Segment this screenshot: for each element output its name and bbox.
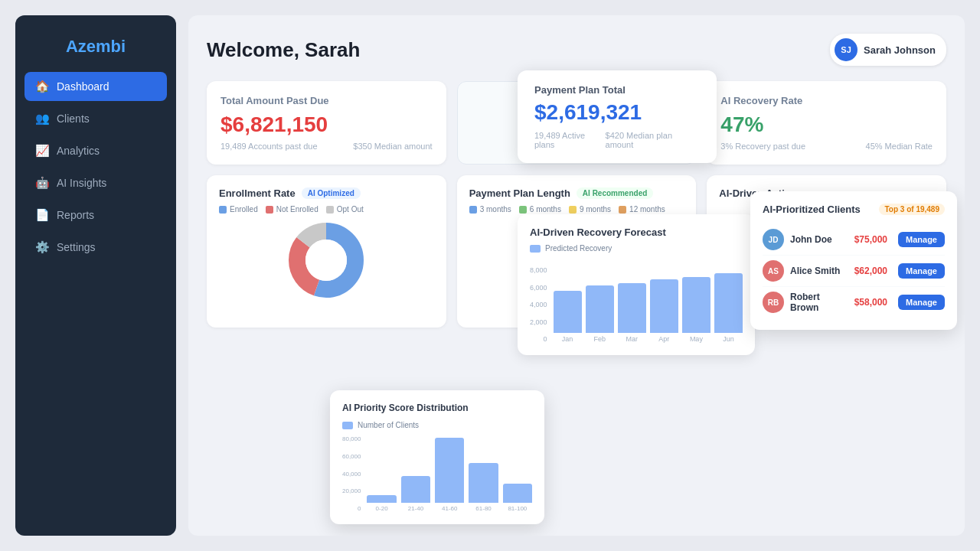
bar-jan bbox=[554, 291, 582, 333]
sidebar-item-analytics[interactable]: 📈 Analytics bbox=[24, 136, 167, 165]
ai-insights-icon: 🤖 bbox=[35, 176, 49, 190]
payment-plan-badge: AI Recommended bbox=[577, 187, 653, 199]
app-logo: Azembi bbox=[15, 31, 176, 72]
client-avatar-1: JD bbox=[763, 229, 784, 250]
enrollment-legend: Enrolled Not Enrolled Opt Out bbox=[219, 205, 434, 214]
forecast-chart: 8,0006,0004,0002,0000 Jan Feb Mar bbox=[530, 259, 743, 343]
sidebar-item-label: Settings bbox=[57, 241, 96, 253]
priority-bar-41-60 bbox=[435, 438, 464, 503]
sidebar-item-label: Dashboard bbox=[57, 80, 109, 93]
svg-point-3 bbox=[305, 240, 347, 281]
reports-icon: 📄 bbox=[35, 208, 49, 222]
sidebar-nav: 🏠 Dashboard 👥 Clients 📈 Analytics 🤖 AI I… bbox=[15, 72, 176, 262]
ai-clients-card: AI-Prioritized Clients Top 3 of 19,489 J… bbox=[750, 191, 957, 330]
past-due-meta-right: $350 Median amount bbox=[353, 142, 432, 151]
ai-priority-title: AI Priority Score Distribution bbox=[342, 403, 532, 413]
manage-btn-3[interactable]: Manage bbox=[898, 295, 945, 310]
priority-bars: 0-20 21-40 41-60 61-80 bbox=[367, 435, 532, 512]
payment-plan-legend: 3 months 6 months 9 months 12 months bbox=[469, 205, 684, 214]
sidebar-item-label: Clients bbox=[57, 112, 90, 125]
manage-btn-1[interactable]: Manage bbox=[898, 232, 945, 247]
client-amount-1: $75,000 bbox=[854, 234, 887, 245]
payment-plan-length-title: Payment Plan Length AI Recommended bbox=[469, 187, 684, 199]
client-name-1: John Doe bbox=[790, 234, 848, 245]
client-name-2: Alice Smith bbox=[790, 266, 848, 276]
sidebar-item-ai-insights[interactable]: 🤖 AI Insights bbox=[24, 168, 167, 197]
ai-clients-header: AI-Prioritized Clients Top 3 of 19,489 bbox=[763, 204, 945, 215]
recovery-forecast-card: AI-Driven Recovery Forecast Predicted Re… bbox=[518, 214, 755, 355]
main-content: Welcome, Sarah SJ Sarah Johnson Total Am… bbox=[188, 15, 965, 536]
bar-apr bbox=[650, 279, 678, 333]
settings-icon: ⚙️ bbox=[35, 240, 49, 254]
priority-legend: Number of Clients bbox=[342, 421, 532, 429]
bar-wrap-mar: Mar bbox=[618, 283, 646, 343]
priority-bar-21-40 bbox=[401, 476, 430, 503]
bar-may bbox=[682, 277, 710, 333]
client-row-1: JD John Doe $75,000 Manage bbox=[763, 224, 945, 256]
legend-dot bbox=[266, 206, 273, 214]
ai-priority-card: AI Priority Score Distribution Number of… bbox=[330, 390, 544, 524]
sidebar-item-label: Analytics bbox=[57, 145, 100, 157]
recovery-rate-card: AI Recovery Rate 47% 3% Recovery past du… bbox=[707, 81, 946, 165]
priority-chart-inner: 80,00060,00040,00020,0000 0-20 21-40 41-… bbox=[342, 435, 532, 512]
priority-bar-81-100 bbox=[503, 484, 532, 503]
bar-wrap-apr: Apr bbox=[650, 279, 678, 343]
page-header: Welcome, Sarah SJ Sarah Johnson bbox=[207, 34, 946, 66]
priority-legend-dot bbox=[342, 422, 353, 429]
recovery-rate-meta-right: 45% Median Rate bbox=[866, 142, 933, 151]
legend-item-not-enrolled: Not Enrolled bbox=[266, 205, 318, 214]
payment-plan-card-value: $2,619,321 bbox=[534, 100, 700, 125]
client-amount-3: $58,000 bbox=[854, 297, 887, 308]
client-avatar-2: AS bbox=[763, 260, 784, 282]
bar-jun bbox=[714, 273, 743, 333]
client-avatar-3: RB bbox=[763, 292, 784, 313]
bar-wrap-jan: Jan bbox=[554, 291, 582, 343]
sidebar: Azembi 🏠 Dashboard 👥 Clients 📈 Analytics… bbox=[15, 15, 176, 536]
recovery-rate-value: 47% bbox=[720, 112, 933, 137]
priority-bar-61-80 bbox=[469, 463, 498, 503]
manage-btn-2[interactable]: Manage bbox=[898, 263, 945, 279]
recovery-forecast-title: AI-Driven Recovery Forecast bbox=[530, 227, 743, 238]
dashboard-icon: 🏠 bbox=[35, 80, 49, 93]
enrollment-chart-card: Enrollment Rate AI Optimized Enrolled No… bbox=[207, 175, 446, 328]
sidebar-item-clients[interactable]: 👥 Clients bbox=[24, 104, 167, 133]
payment-plan-card-meta: 19,489 Active plans $420 Median plan amo… bbox=[534, 131, 700, 149]
analytics-icon: 📈 bbox=[35, 144, 49, 158]
forecast-legend-dot bbox=[530, 245, 541, 253]
recovery-rate-title: AI Recovery Rate bbox=[720, 95, 933, 106]
payment-plan-card-title: Payment Plan Total bbox=[534, 84, 700, 96]
past-due-card: Total Amount Past Due $6,821,150 19,489 … bbox=[207, 81, 446, 165]
legend-item-opt-out: Opt Out bbox=[326, 205, 364, 214]
bar-wrap-jun: Jun bbox=[714, 273, 743, 343]
sidebar-item-label: AI Insights bbox=[57, 177, 106, 189]
ai-clients-badge: Top 3 of 19,489 bbox=[879, 204, 945, 215]
past-due-value: $6,821,150 bbox=[220, 112, 433, 137]
client-row-2: AS Alice Smith $62,000 Manage bbox=[763, 256, 945, 287]
bar-mar bbox=[618, 283, 646, 333]
forecast-legend: Predicted Recovery bbox=[530, 244, 743, 253]
forecast-bars: Jan Feb Mar Apr bbox=[554, 266, 743, 343]
past-due-title: Total Amount Past Due bbox=[220, 95, 433, 106]
past-due-meta-left: 19,489 Accounts past due bbox=[220, 142, 318, 151]
priority-bar-0-20 bbox=[367, 495, 396, 503]
priority-y-axis: 80,00060,00040,00020,0000 bbox=[342, 435, 361, 512]
bar-wrap-feb: Feb bbox=[586, 285, 614, 343]
sidebar-item-reports[interactable]: 📄 Reports bbox=[24, 201, 167, 230]
bar-feb bbox=[586, 285, 614, 333]
user-name: Sarah Johnson bbox=[864, 44, 936, 56]
bar-wrap-may: May bbox=[682, 277, 710, 343]
sidebar-item-settings[interactable]: ⚙️ Settings bbox=[24, 233, 167, 262]
sidebar-item-dashboard[interactable]: 🏠 Dashboard bbox=[24, 72, 167, 101]
enrollment-badge: AI Optimized bbox=[302, 187, 361, 199]
user-badge[interactable]: SJ Sarah Johnson bbox=[830, 34, 946, 66]
ai-clients-title: AI-Prioritized Clients bbox=[763, 204, 861, 215]
clients-icon: 👥 bbox=[35, 112, 49, 126]
enrollment-chart-title: Enrollment Rate AI Optimized bbox=[219, 187, 434, 199]
client-name-3: Robert Brown bbox=[790, 292, 848, 313]
sidebar-item-label: Reports bbox=[57, 209, 94, 221]
legend-dot bbox=[326, 206, 334, 214]
welcome-title: Welcome, Sarah bbox=[207, 38, 360, 62]
past-due-meta: 19,489 Accounts past due $350 Median amo… bbox=[220, 142, 433, 151]
avatar: SJ bbox=[835, 38, 858, 61]
client-row-3: RB Robert Brown $58,000 Manage bbox=[763, 287, 945, 318]
